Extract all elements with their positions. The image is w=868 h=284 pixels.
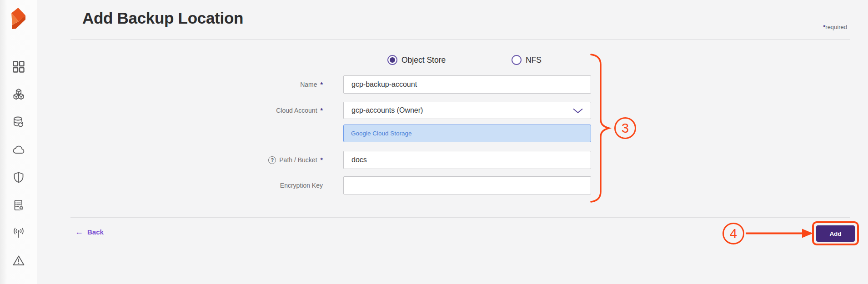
encryption-key-input[interactable] <box>343 176 591 194</box>
page-title: Add Backup Location <box>82 9 243 27</box>
sidebar-item-dashboard[interactable] <box>11 60 26 74</box>
sidebar-item-activity[interactable] <box>11 226 26 240</box>
cloud-account-value: gcp-accounts (Owner) <box>351 106 423 115</box>
path-bucket-input[interactable] <box>343 151 591 169</box>
clusters-cubes-icon <box>12 88 25 101</box>
sidebar <box>0 0 37 284</box>
radio-circle-icon <box>512 55 522 65</box>
sidebar-item-backups[interactable] <box>11 115 26 130</box>
warning-triangle-icon <box>12 254 25 267</box>
radio-nfs[interactable]: NFS <box>512 55 542 65</box>
shield-icon <box>12 171 25 184</box>
cloud-account-select[interactable]: gcp-accounts (Owner) <box>343 102 591 119</box>
annotation-step-3: 3 <box>614 117 636 139</box>
chevron-down-icon <box>572 108 583 114</box>
sidebar-item-rules[interactable] <box>11 198 26 213</box>
annotation-brace <box>589 53 614 204</box>
header-divider <box>70 39 850 40</box>
antenna-broadcast-icon <box>12 227 25 239</box>
dashboard-icon <box>12 60 25 73</box>
clipboard-gear-icon <box>12 199 25 212</box>
database-restore-icon <box>12 116 25 129</box>
sidebar-item-cloud-accounts[interactable] <box>11 143 26 157</box>
annotation-arrow-icon <box>745 227 814 239</box>
help-icon[interactable]: ? <box>268 156 276 164</box>
sidebar-item-clusters[interactable] <box>11 87 26 102</box>
annotation-highlight-box <box>812 221 859 245</box>
required-note: *required <box>823 24 847 30</box>
path-bucket-label: ? Path / Bucket* <box>209 151 323 169</box>
back-arrow-icon: ← <box>75 228 83 236</box>
name-input[interactable] <box>343 75 591 94</box>
encryption-key-label: Encryption Key <box>209 176 323 194</box>
radio-circle-icon <box>387 55 397 65</box>
sidebar-item-alerts[interactable] <box>11 254 26 268</box>
annotation-step-4: 4 <box>722 223 744 244</box>
back-label: Back <box>87 228 104 236</box>
cloud-account-label: Cloud Account* <box>209 102 323 119</box>
sidebar-item-security[interactable] <box>11 170 26 185</box>
cloud-icon <box>12 144 25 156</box>
footer-divider <box>70 217 850 218</box>
radio-nfs-label: NFS <box>526 55 542 65</box>
back-link[interactable]: ← Back <box>75 228 104 236</box>
app-logo-icon[interactable] <box>9 7 26 32</box>
dropdown-option-google-cloud-storage[interactable]: Google Cloud Storage <box>343 125 591 142</box>
name-label: Name* <box>209 75 323 94</box>
radio-object-store[interactable]: Object Store <box>387 55 446 65</box>
radio-object-store-label: Object Store <box>401 55 446 65</box>
